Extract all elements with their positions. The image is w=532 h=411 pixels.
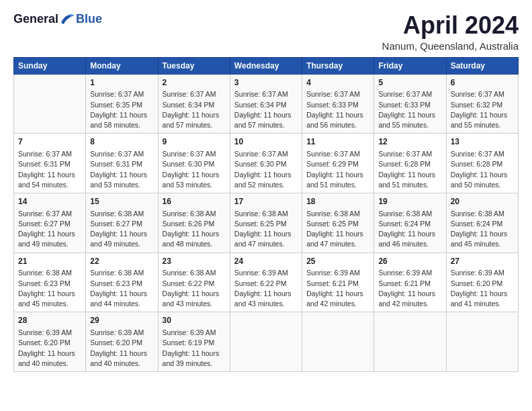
calendar-cell: 1Sunrise: 6:37 AM Sunset: 6:35 PM Daylig… (86, 74, 158, 134)
calendar-cell: 5Sunrise: 6:37 AM Sunset: 6:33 PM Daylig… (374, 74, 446, 134)
calendar-week-5: 28Sunrise: 6:39 AM Sunset: 6:20 PM Dayli… (14, 312, 519, 372)
calendar-cell: 28Sunrise: 6:39 AM Sunset: 6:20 PM Dayli… (14, 312, 86, 372)
header-friday: Friday (374, 57, 446, 74)
day-number: 17 (234, 196, 298, 208)
calendar-cell: 3Sunrise: 6:37 AM Sunset: 6:34 PM Daylig… (230, 74, 302, 134)
day-number: 5 (378, 77, 441, 89)
day-number: 12 (378, 136, 441, 148)
day-info: Sunrise: 6:38 AM Sunset: 6:26 PM Dayligh… (163, 209, 226, 250)
logo-blue-text: Blue (76, 12, 102, 26)
day-number: 10 (234, 136, 298, 148)
page: General Blue April 2024 Nanum, Queenslan… (0, 0, 532, 379)
calendar-cell: 23Sunrise: 6:38 AM Sunset: 6:22 PM Dayli… (158, 253, 230, 312)
day-number: 28 (18, 315, 81, 326)
day-number: 21 (18, 256, 81, 267)
day-info: Sunrise: 6:37 AM Sunset: 6:28 PM Dayligh… (451, 149, 514, 190)
day-number: 26 (378, 256, 441, 267)
day-number: 22 (90, 256, 153, 267)
day-info: Sunrise: 6:39 AM Sunset: 6:20 PM Dayligh… (90, 328, 153, 369)
calendar-cell (230, 312, 302, 372)
calendar-cell: 8Sunrise: 6:37 AM Sunset: 6:31 PM Daylig… (86, 134, 158, 193)
calendar-cell: 24Sunrise: 6:39 AM Sunset: 6:22 PM Dayli… (230, 253, 302, 312)
day-number: 18 (306, 196, 369, 208)
day-number: 13 (451, 136, 514, 148)
day-info: Sunrise: 6:38 AM Sunset: 6:27 PM Dayligh… (90, 209, 153, 250)
header-sunday: Sunday (14, 57, 86, 74)
day-number: 8 (90, 136, 153, 148)
calendar-week-1: 1Sunrise: 6:37 AM Sunset: 6:35 PM Daylig… (14, 74, 519, 134)
day-info: Sunrise: 6:37 AM Sunset: 6:34 PM Dayligh… (234, 89, 298, 130)
calendar-cell (446, 312, 518, 372)
calendar-cell: 20Sunrise: 6:38 AM Sunset: 6:24 PM Dayli… (446, 193, 518, 253)
day-number: 20 (451, 196, 514, 208)
day-info: Sunrise: 6:39 AM Sunset: 6:19 PM Dayligh… (163, 328, 226, 369)
calendar-cell (302, 312, 374, 372)
calendar-cell: 7Sunrise: 6:37 AM Sunset: 6:31 PM Daylig… (14, 134, 86, 193)
header-thursday: Thursday (302, 57, 374, 74)
location: Nanum, Queensland, Australia (382, 40, 519, 52)
header-row: Sunday Monday Tuesday Wednesday Thursday… (14, 57, 519, 74)
day-info: Sunrise: 6:37 AM Sunset: 6:31 PM Dayligh… (18, 149, 81, 190)
day-number: 6 (451, 77, 514, 89)
day-info: Sunrise: 6:38 AM Sunset: 6:24 PM Dayligh… (451, 209, 514, 250)
calendar-cell: 22Sunrise: 6:38 AM Sunset: 6:23 PM Dayli… (86, 253, 158, 312)
calendar-cell (14, 74, 86, 134)
day-info: Sunrise: 6:38 AM Sunset: 6:25 PM Dayligh… (306, 209, 369, 250)
calendar-cell: 11Sunrise: 6:37 AM Sunset: 6:29 PM Dayli… (302, 134, 374, 193)
calendar-cell: 29Sunrise: 6:39 AM Sunset: 6:20 PM Dayli… (86, 312, 158, 372)
calendar-cell: 10Sunrise: 6:37 AM Sunset: 6:30 PM Dayli… (230, 134, 302, 193)
day-info: Sunrise: 6:37 AM Sunset: 6:30 PM Dayligh… (163, 149, 226, 190)
calendar-cell: 17Sunrise: 6:38 AM Sunset: 6:25 PM Dayli… (230, 193, 302, 253)
calendar-cell: 27Sunrise: 6:39 AM Sunset: 6:20 PM Dayli… (446, 253, 518, 312)
day-info: Sunrise: 6:38 AM Sunset: 6:24 PM Dayligh… (378, 209, 441, 250)
month-title: April 2024 (382, 12, 519, 39)
day-number: 16 (163, 196, 226, 208)
day-number: 30 (163, 315, 226, 326)
calendar-cell: 12Sunrise: 6:37 AM Sunset: 6:28 PM Dayli… (374, 134, 446, 193)
calendar-cell: 18Sunrise: 6:38 AM Sunset: 6:25 PM Dayli… (302, 193, 374, 253)
day-info: Sunrise: 6:39 AM Sunset: 6:21 PM Dayligh… (306, 268, 369, 309)
day-info: Sunrise: 6:38 AM Sunset: 6:23 PM Dayligh… (18, 268, 81, 309)
day-info: Sunrise: 6:37 AM Sunset: 6:33 PM Dayligh… (378, 89, 441, 130)
calendar-week-4: 21Sunrise: 6:38 AM Sunset: 6:23 PM Dayli… (14, 253, 519, 312)
calendar-cell: 26Sunrise: 6:39 AM Sunset: 6:21 PM Dayli… (374, 253, 446, 312)
header-wednesday: Wednesday (230, 57, 302, 74)
logo-general-text: General (13, 12, 58, 26)
calendar-cell: 15Sunrise: 6:38 AM Sunset: 6:27 PM Dayli… (86, 193, 158, 253)
day-number: 4 (306, 77, 369, 89)
day-info: Sunrise: 6:39 AM Sunset: 6:20 PM Dayligh… (451, 268, 514, 309)
logo-bird-icon (60, 13, 75, 26)
calendar-cell: 14Sunrise: 6:37 AM Sunset: 6:27 PM Dayli… (14, 193, 86, 253)
day-number: 27 (451, 256, 514, 267)
header-saturday: Saturday (446, 57, 518, 74)
day-number: 24 (234, 256, 298, 267)
day-info: Sunrise: 6:37 AM Sunset: 6:34 PM Dayligh… (163, 89, 226, 130)
calendar-cell: 9Sunrise: 6:37 AM Sunset: 6:30 PM Daylig… (158, 134, 230, 193)
day-number: 3 (234, 77, 298, 89)
day-info: Sunrise: 6:37 AM Sunset: 6:35 PM Dayligh… (90, 89, 153, 130)
calendar-cell: 25Sunrise: 6:39 AM Sunset: 6:21 PM Dayli… (302, 253, 374, 312)
calendar-cell: 2Sunrise: 6:37 AM Sunset: 6:34 PM Daylig… (158, 74, 230, 134)
day-info: Sunrise: 6:37 AM Sunset: 6:28 PM Dayligh… (378, 149, 441, 190)
day-info: Sunrise: 6:37 AM Sunset: 6:30 PM Dayligh… (234, 149, 298, 190)
day-number: 9 (163, 136, 226, 148)
day-number: 14 (18, 196, 81, 208)
logo: General Blue (13, 12, 102, 26)
day-info: Sunrise: 6:39 AM Sunset: 6:21 PM Dayligh… (378, 268, 441, 309)
day-number: 29 (90, 315, 153, 326)
calendar-cell: 16Sunrise: 6:38 AM Sunset: 6:26 PM Dayli… (158, 193, 230, 253)
calendar-table: Sunday Monday Tuesday Wednesday Thursday… (13, 57, 519, 372)
day-number: 7 (18, 136, 81, 148)
calendar-week-3: 14Sunrise: 6:37 AM Sunset: 6:27 PM Dayli… (14, 193, 519, 253)
calendar-cell: 21Sunrise: 6:38 AM Sunset: 6:23 PM Dayli… (14, 253, 86, 312)
day-info: Sunrise: 6:37 AM Sunset: 6:29 PM Dayligh… (306, 149, 369, 190)
day-info: Sunrise: 6:39 AM Sunset: 6:22 PM Dayligh… (234, 268, 298, 309)
day-info: Sunrise: 6:37 AM Sunset: 6:32 PM Dayligh… (451, 89, 514, 130)
header-monday: Monday (86, 57, 158, 74)
day-number: 15 (90, 196, 153, 208)
title-block: April 2024 Nanum, Queensland, Australia (382, 12, 519, 52)
calendar-cell: 19Sunrise: 6:38 AM Sunset: 6:24 PM Dayli… (374, 193, 446, 253)
day-number: 11 (306, 136, 369, 148)
calendar-cell: 4Sunrise: 6:37 AM Sunset: 6:33 PM Daylig… (302, 74, 374, 134)
day-number: 2 (163, 77, 226, 89)
